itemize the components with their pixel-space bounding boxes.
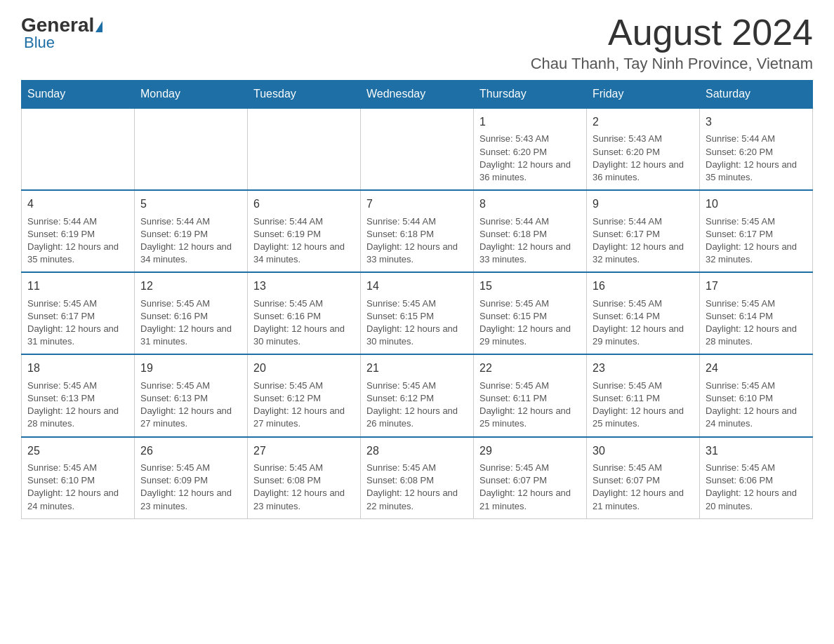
- day-info: Sunrise: 5:45 AMSunset: 6:13 PMDaylight:…: [27, 380, 128, 431]
- day-number: 8: [479, 196, 581, 212]
- calendar-cell: 14Sunrise: 5:45 AMSunset: 6:15 PMDayligh…: [361, 272, 474, 354]
- calendar-cell: 5Sunrise: 5:44 AMSunset: 6:19 PMDaylight…: [135, 190, 248, 272]
- calendar-cell: 16Sunrise: 5:45 AMSunset: 6:14 PMDayligh…: [587, 272, 700, 354]
- day-number: 16: [593, 279, 694, 294]
- day-info: Sunrise: 5:45 AMSunset: 6:08 PMDaylight:…: [253, 462, 355, 513]
- weekday-header-friday: Friday: [587, 81, 700, 109]
- day-number: 10: [706, 196, 807, 212]
- day-number: 4: [27, 196, 128, 212]
- logo-blue-text: Blue: [24, 34, 55, 52]
- day-number: 14: [366, 279, 468, 294]
- calendar-cell: 10Sunrise: 5:45 AMSunset: 6:17 PMDayligh…: [700, 190, 813, 272]
- day-info: Sunrise: 5:45 AMSunset: 6:17 PMDaylight:…: [706, 215, 807, 267]
- day-number: 27: [253, 443, 355, 459]
- calendar-table: SundayMondayTuesdayWednesdayThursdayFrid…: [21, 80, 813, 519]
- location-title: Chau Thanh, Tay Ninh Province, Vietnam: [531, 55, 813, 73]
- day-number: 1: [479, 114, 581, 130]
- calendar-cell: 18Sunrise: 5:45 AMSunset: 6:13 PMDayligh…: [22, 354, 135, 436]
- calendar-cell: 30Sunrise: 5:45 AMSunset: 6:07 PMDayligh…: [587, 437, 700, 519]
- day-number: 22: [479, 361, 581, 376]
- calendar-cell: 6Sunrise: 5:44 AMSunset: 6:19 PMDaylight…: [248, 190, 361, 272]
- calendar-week-2: 4Sunrise: 5:44 AMSunset: 6:19 PMDaylight…: [22, 190, 813, 272]
- calendar-cell: 22Sunrise: 5:45 AMSunset: 6:11 PMDayligh…: [474, 354, 587, 436]
- weekday-header-saturday: Saturday: [700, 81, 813, 109]
- day-info: Sunrise: 5:44 AMSunset: 6:19 PMDaylight:…: [27, 215, 128, 267]
- calendar-cell: 9Sunrise: 5:44 AMSunset: 6:17 PMDaylight…: [587, 190, 700, 272]
- day-info: Sunrise: 5:45 AMSunset: 6:09 PMDaylight:…: [140, 462, 241, 513]
- calendar-cell: 1Sunrise: 5:43 AMSunset: 6:20 PMDaylight…: [474, 108, 587, 190]
- day-info: Sunrise: 5:45 AMSunset: 6:07 PMDaylight:…: [479, 462, 581, 513]
- calendar-cell: 15Sunrise: 5:45 AMSunset: 6:15 PMDayligh…: [474, 272, 587, 354]
- day-info: Sunrise: 5:45 AMSunset: 6:06 PMDaylight:…: [706, 462, 807, 513]
- calendar-cell: [22, 108, 135, 190]
- calendar-cell: 17Sunrise: 5:45 AMSunset: 6:14 PMDayligh…: [700, 272, 813, 354]
- calendar-cell: 31Sunrise: 5:45 AMSunset: 6:06 PMDayligh…: [700, 437, 813, 519]
- calendar-cell: 2Sunrise: 5:43 AMSunset: 6:20 PMDaylight…: [587, 108, 700, 190]
- calendar-cell: 21Sunrise: 5:45 AMSunset: 6:12 PMDayligh…: [361, 354, 474, 436]
- day-info: Sunrise: 5:45 AMSunset: 6:10 PMDaylight:…: [27, 462, 128, 513]
- weekday-header-thursday: Thursday: [474, 81, 587, 109]
- calendar-week-3: 11Sunrise: 5:45 AMSunset: 6:17 PMDayligh…: [22, 272, 813, 354]
- day-info: Sunrise: 5:45 AMSunset: 6:15 PMDaylight:…: [479, 297, 581, 349]
- day-info: Sunrise: 5:45 AMSunset: 6:10 PMDaylight:…: [706, 380, 807, 431]
- day-number: 19: [140, 361, 241, 376]
- day-number: 29: [479, 443, 581, 459]
- calendar-cell: 27Sunrise: 5:45 AMSunset: 6:08 PMDayligh…: [248, 437, 361, 519]
- day-info: Sunrise: 5:44 AMSunset: 6:19 PMDaylight:…: [253, 215, 355, 267]
- weekday-header-wednesday: Wednesday: [361, 81, 474, 109]
- calendar-cell: 7Sunrise: 5:44 AMSunset: 6:18 PMDaylight…: [361, 190, 474, 272]
- month-title: August 2024: [531, 14, 813, 51]
- day-info: Sunrise: 5:45 AMSunset: 6:08 PMDaylight:…: [366, 462, 468, 513]
- day-number: 13: [253, 279, 355, 294]
- day-info: Sunrise: 5:45 AMSunset: 6:17 PMDaylight:…: [27, 297, 128, 349]
- calendar-cell: 3Sunrise: 5:44 AMSunset: 6:20 PMDaylight…: [700, 108, 813, 190]
- day-info: Sunrise: 5:44 AMSunset: 6:18 PMDaylight:…: [479, 215, 581, 267]
- day-info: Sunrise: 5:45 AMSunset: 6:15 PMDaylight:…: [366, 297, 468, 349]
- calendar-cell: 19Sunrise: 5:45 AMSunset: 6:13 PMDayligh…: [135, 354, 248, 436]
- page-header: General Blue August 2024 Chau Thanh, Tay…: [21, 14, 813, 73]
- day-number: 7: [366, 196, 468, 212]
- day-number: 6: [253, 196, 355, 212]
- day-info: Sunrise: 5:45 AMSunset: 6:16 PMDaylight:…: [253, 297, 355, 349]
- calendar-cell: 4Sunrise: 5:44 AMSunset: 6:19 PMDaylight…: [22, 190, 135, 272]
- day-number: 18: [27, 361, 128, 376]
- day-info: Sunrise: 5:44 AMSunset: 6:18 PMDaylight:…: [366, 215, 468, 267]
- calendar-cell: 13Sunrise: 5:45 AMSunset: 6:16 PMDayligh…: [248, 272, 361, 354]
- day-info: Sunrise: 5:45 AMSunset: 6:14 PMDaylight:…: [706, 297, 807, 349]
- calendar-week-4: 18Sunrise: 5:45 AMSunset: 6:13 PMDayligh…: [22, 354, 813, 436]
- day-number: 9: [593, 196, 694, 212]
- weekday-header-sunday: Sunday: [22, 81, 135, 109]
- calendar-cell: [135, 108, 248, 190]
- day-number: 12: [140, 279, 241, 294]
- day-info: Sunrise: 5:45 AMSunset: 6:12 PMDaylight:…: [253, 380, 355, 431]
- day-number: 11: [27, 279, 128, 294]
- day-info: Sunrise: 5:45 AMSunset: 6:13 PMDaylight:…: [140, 380, 241, 431]
- calendar-cell: 11Sunrise: 5:45 AMSunset: 6:17 PMDayligh…: [22, 272, 135, 354]
- day-number: 30: [593, 443, 694, 459]
- day-number: 25: [27, 443, 128, 459]
- weekday-header-monday: Monday: [135, 81, 248, 109]
- day-info: Sunrise: 5:43 AMSunset: 6:20 PMDaylight:…: [593, 133, 694, 184]
- calendar-cell: 8Sunrise: 5:44 AMSunset: 6:18 PMDaylight…: [474, 190, 587, 272]
- day-number: 26: [140, 443, 241, 459]
- calendar-cell: 28Sunrise: 5:45 AMSunset: 6:08 PMDayligh…: [361, 437, 474, 519]
- calendar-cell: 26Sunrise: 5:45 AMSunset: 6:09 PMDayligh…: [135, 437, 248, 519]
- day-info: Sunrise: 5:45 AMSunset: 6:14 PMDaylight:…: [593, 297, 694, 349]
- day-info: Sunrise: 5:45 AMSunset: 6:07 PMDaylight:…: [593, 462, 694, 513]
- day-number: 23: [593, 361, 694, 376]
- day-number: 28: [366, 443, 468, 459]
- day-info: Sunrise: 5:44 AMSunset: 6:20 PMDaylight:…: [706, 133, 807, 184]
- weekday-header-row: SundayMondayTuesdayWednesdayThursdayFrid…: [22, 81, 813, 109]
- logo: General Blue: [21, 14, 104, 52]
- day-number: 31: [706, 443, 807, 459]
- day-info: Sunrise: 5:45 AMSunset: 6:16 PMDaylight:…: [140, 297, 241, 349]
- day-number: 15: [479, 279, 581, 294]
- day-number: 3: [706, 114, 807, 130]
- calendar-cell: [248, 108, 361, 190]
- calendar-cell: 24Sunrise: 5:45 AMSunset: 6:10 PMDayligh…: [700, 354, 813, 436]
- day-info: Sunrise: 5:45 AMSunset: 6:11 PMDaylight:…: [593, 380, 694, 431]
- calendar-cell: 12Sunrise: 5:45 AMSunset: 6:16 PMDayligh…: [135, 272, 248, 354]
- weekday-header-tuesday: Tuesday: [248, 81, 361, 109]
- calendar-cell: 29Sunrise: 5:45 AMSunset: 6:07 PMDayligh…: [474, 437, 587, 519]
- day-number: 5: [140, 196, 241, 212]
